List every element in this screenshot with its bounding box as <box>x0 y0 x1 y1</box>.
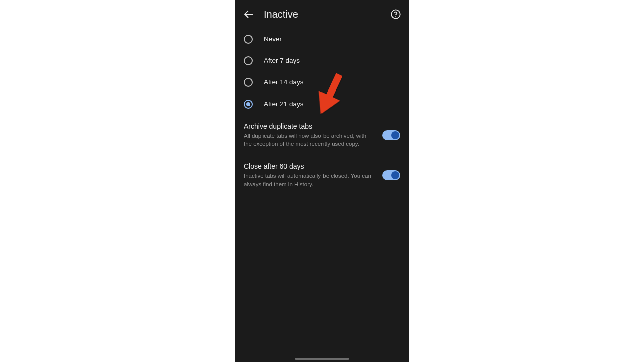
header: Inactive <box>235 0 409 28</box>
archive-duplicate-tabs-row[interactable]: Archive duplicate tabs All duplicate tab… <box>235 115 409 155</box>
toggle-text: Archive duplicate tabs All duplicate tab… <box>244 122 375 148</box>
gesture-bar[interactable] <box>295 358 349 360</box>
toggle-title: Close after 60 days <box>244 162 375 170</box>
radio-icon <box>244 78 253 87</box>
toggle-description: Inactive tabs will automatically be clos… <box>244 172 375 188</box>
toggle-description: All duplicate tabs will now also be arch… <box>244 132 375 148</box>
phone-screen: Inactive Never After 7 days After 14 day… <box>235 0 409 362</box>
radio-icon-selected <box>244 100 253 109</box>
radio-label: After 7 days <box>264 57 300 64</box>
toggle-switch-on[interactable] <box>382 170 400 180</box>
radio-icon <box>244 56 253 65</box>
inactive-radio-group: Never After 7 days After 14 days After 2… <box>235 28 409 115</box>
radio-option-7-days[interactable]: After 7 days <box>235 50 409 71</box>
toggle-text: Close after 60 days Inactive tabs will a… <box>244 162 375 188</box>
close-after-60-days-row[interactable]: Close after 60 days Inactive tabs will a… <box>235 155 409 195</box>
radio-icon <box>244 35 253 44</box>
radio-option-21-days[interactable]: After 21 days <box>235 93 409 115</box>
radio-label: After 14 days <box>264 78 304 86</box>
radio-option-14-days[interactable]: After 14 days <box>235 71 409 93</box>
radio-label: After 21 days <box>264 100 304 108</box>
radio-option-never[interactable]: Never <box>235 28 409 50</box>
toggle-title: Archive duplicate tabs <box>244 122 375 130</box>
help-icon[interactable] <box>390 9 401 20</box>
back-arrow-icon[interactable] <box>243 8 255 20</box>
svg-point-2 <box>395 16 396 17</box>
page-title: Inactive <box>264 9 381 20</box>
toggle-switch-on[interactable] <box>382 130 400 140</box>
radio-label: Never <box>264 35 282 43</box>
